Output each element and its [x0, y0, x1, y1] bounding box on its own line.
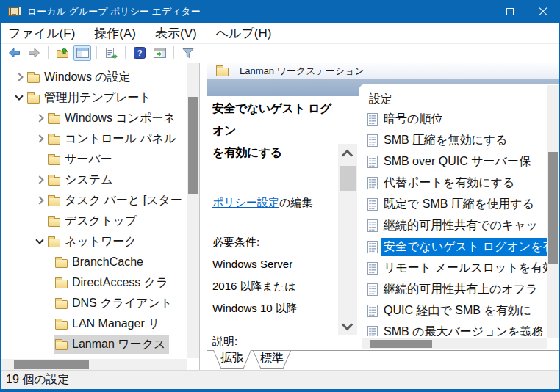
console-tree-icon	[76, 48, 89, 58]
tree-item-label: BranchCache	[72, 255, 143, 269]
tree-item[interactable]: システム	[1, 170, 186, 190]
policy-title-line: 安全でないゲスト ログオン	[212, 98, 339, 142]
settings-row-label: 暗号の順位	[381, 110, 547, 128]
description-scrollbar[interactable]	[338, 144, 357, 335]
tree-item[interactable]: タスク バーと [スタート	[1, 190, 186, 211]
folder-icon	[55, 280, 68, 288]
settings-row-label: SMB over QUIC サーバー保	[381, 153, 547, 171]
settings-row-selected[interactable]: 安全でないゲスト ログオンを有	[359, 236, 547, 258]
settings-vertical-scrollbar[interactable]	[547, 85, 559, 338]
settings-horizontal-scrollbar[interactable]	[362, 338, 547, 349]
help-button[interactable]: ?	[131, 45, 148, 61]
tree-item[interactable]: Windows の設定	[1, 67, 186, 87]
console-tree: Windows の設定 管理用テンプレート Windows コンポーネ コントロ…	[1, 67, 186, 358]
settings-row[interactable]: SMB の最大バージョンを義務	[359, 322, 547, 336]
settings-column-header[interactable]: 設定	[359, 84, 559, 107]
settings-row[interactable]: 継続的可用性共有でのキャッ	[359, 215, 547, 236]
folder-icon	[48, 136, 60, 145]
folder-icon	[55, 259, 68, 268]
chevron-placeholder	[35, 154, 45, 164]
title-bar[interactable]: ローカル グループ ポリシー エディター	[1, 1, 559, 23]
close-button[interactable]	[526, 1, 559, 23]
settings-row[interactable]: 代替ポートを有効にする	[359, 173, 547, 194]
tree-item[interactable]: サーバー	[1, 149, 186, 170]
tree-vertical-scrollbar[interactable]	[187, 63, 199, 358]
tree-item[interactable]: デスクトップ	[1, 211, 186, 231]
show-action-pane-button[interactable]	[151, 45, 168, 61]
folder-icon	[48, 156, 60, 165]
minimize-icon	[473, 12, 481, 12]
menu-help[interactable]: ヘルプ(H)	[216, 25, 272, 42]
menu-view[interactable]: 表示(V)	[155, 25, 197, 42]
tree-item-label: DNS クライアント	[72, 296, 172, 311]
settings-list-panel: 設定 暗号の順位 SMB 圧縮を無効にする SMB over QUIC サーバー…	[359, 84, 559, 350]
tree-horizontal-scrollbar[interactable]	[1, 359, 187, 370]
settings-row-label: SMB 圧縮を無効にする	[381, 131, 547, 150]
scrollbar-thumb[interactable]	[188, 97, 198, 194]
status-bar: 19 個の設定	[1, 370, 559, 391]
result-pane-header: Lanman ワークステーション	[207, 63, 559, 79]
tree-item-label: Lanman ワークス	[72, 337, 165, 352]
tree-item[interactable]: Windows コンポーネ	[1, 108, 186, 128]
scrollbar-thumb[interactable]	[548, 152, 558, 264]
settings-row-label: 継続的可用性共有上のオフラ	[381, 280, 547, 299]
settings-row[interactable]: 継続的可用性共有上のオフラ	[359, 279, 547, 300]
menu-file[interactable]: ファイル(F)	[8, 25, 75, 42]
content-pane: Lanman ワークステーション 安全でないゲスト ログオン を有効にする ポリ…	[207, 63, 559, 370]
tree-item[interactable]: ネットワーク	[1, 231, 186, 252]
chevron-right-icon[interactable]	[35, 134, 45, 144]
policy-doc-icon	[367, 305, 378, 317]
chevron-down-icon[interactable]	[14, 92, 24, 103]
chevron-right-icon[interactable]	[14, 72, 24, 82]
show-console-tree-button[interactable]	[73, 45, 91, 61]
tree-item[interactable]: DNS クライアント	[1, 293, 186, 313]
chevron-right-icon[interactable]	[35, 195, 45, 206]
tree-item-label: DirectAccess クラ	[72, 275, 168, 291]
folder-icon	[48, 115, 60, 124]
action-pane-icon	[154, 48, 166, 58]
menu-bar: ファイル(F) 操作(A) 表示(V) ヘルプ(H)	[1, 23, 559, 43]
settings-row[interactable]: 暗号の順位	[359, 109, 547, 130]
up-one-level-icon	[56, 47, 69, 59]
folder-icon	[27, 95, 40, 104]
policy-settings-link[interactable]: ポリシー設定	[212, 196, 279, 208]
tree-item[interactable]: DirectAccess クラ	[1, 272, 186, 293]
tree-item-selected[interactable]: Lanman ワークス	[1, 334, 186, 355]
menu-action[interactable]: 操作(A)	[94, 25, 136, 42]
forward-button[interactable]	[25, 45, 43, 61]
scroll-down-icon[interactable]	[342, 321, 352, 331]
back-button[interactable]	[5, 45, 23, 61]
chevron-right-icon[interactable]	[35, 175, 45, 185]
scroll-up-icon[interactable]	[342, 148, 352, 159]
scrollbar-thumb[interactable]	[370, 340, 432, 348]
toolbar-separator	[173, 46, 174, 59]
tree-item-label: LAN Manager サ	[72, 316, 160, 332]
tree-item-label: タスク バーと [スタート	[65, 193, 186, 208]
settings-row[interactable]: SMB 圧縮を無効にする	[359, 130, 547, 151]
scrollbar-thumb[interactable]	[14, 360, 89, 369]
tree-item[interactable]: LAN Manager サ	[1, 313, 186, 334]
policy-doc-icon	[367, 241, 378, 253]
tree-item[interactable]: コントロール パネル	[1, 128, 186, 149]
maximize-button[interactable]	[493, 1, 526, 23]
minimize-button[interactable]	[460, 1, 493, 23]
tab-extended[interactable]: 拡張	[213, 350, 251, 369]
requirements-line: Windows Server	[212, 253, 339, 275]
tab-standard[interactable]: 標準	[253, 351, 291, 369]
settings-row[interactable]: QUIC 経由で SMB を有効に	[359, 300, 547, 322]
export-list-button[interactable]	[102, 45, 120, 61]
chevron-down-icon[interactable]	[35, 236, 45, 247]
tree-item[interactable]: BranchCache	[1, 252, 186, 272]
scrollbar-thumb[interactable]	[340, 166, 356, 191]
tree-item[interactable]: Link-Layer Topo	[1, 355, 186, 358]
settings-row[interactable]: 既定で SMB 圧縮を使用する	[359, 194, 547, 215]
chevron-right-icon[interactable]	[35, 113, 45, 123]
settings-row[interactable]: リモート メールスロットを有効に	[359, 258, 547, 279]
up-one-level-button[interactable]	[54, 45, 71, 61]
folder-icon	[216, 68, 229, 76]
tree-item[interactable]: 管理用テンプレート	[1, 87, 186, 108]
settings-row[interactable]: SMB over QUIC サーバー保	[359, 151, 547, 173]
policy-doc-icon	[367, 156, 378, 168]
tree-item-label: システム	[65, 173, 113, 188]
filter-button[interactable]	[179, 45, 197, 61]
